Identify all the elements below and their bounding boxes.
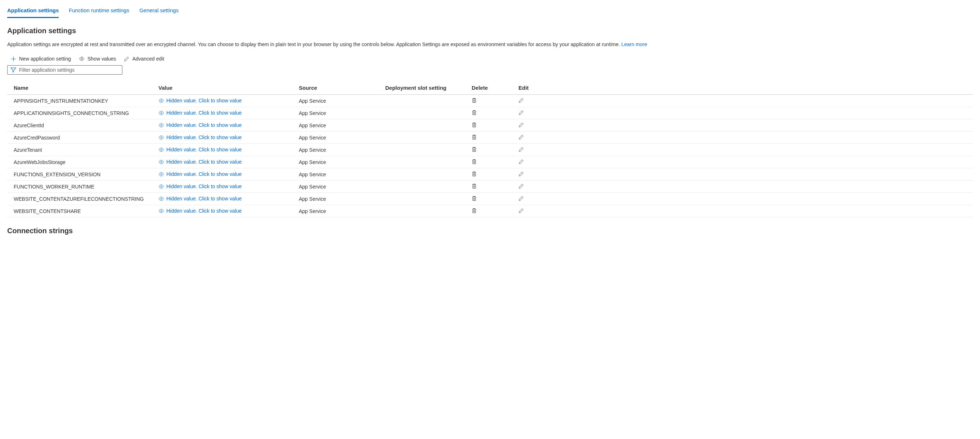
delete-button[interactable] xyxy=(472,98,477,103)
edit-button[interactable] xyxy=(519,208,524,213)
svg-point-2 xyxy=(161,112,162,113)
delete-button[interactable] xyxy=(472,159,477,164)
trash-icon xyxy=(472,134,477,140)
connection-strings-title: Connection strings xyxy=(7,227,973,235)
hidden-value-text: Hidden value. Click to show value xyxy=(166,184,242,189)
hidden-value-link[interactable]: Hidden value. Click to show value xyxy=(158,171,242,177)
hidden-value-link[interactable]: Hidden value. Click to show value xyxy=(158,208,242,214)
trash-icon xyxy=(472,171,477,177)
edit-button[interactable] xyxy=(519,184,524,189)
pencil-icon xyxy=(519,196,524,201)
edit-button[interactable] xyxy=(519,122,524,128)
hidden-value-link[interactable]: Hidden value. Click to show value xyxy=(158,159,242,165)
delete-button[interactable] xyxy=(472,171,477,177)
settings-table: Name Value Source Deployment slot settin… xyxy=(7,81,973,217)
setting-name[interactable]: WEBSITE_CONTENTSHARE xyxy=(7,208,158,214)
edit-button[interactable] xyxy=(519,147,524,152)
table-row: AzureClientIdHidden value. Click to show… xyxy=(7,119,973,132)
new-application-setting-button[interactable]: New application setting xyxy=(11,56,71,62)
table-row: FUNCTIONS_WORKER_RUNTIMEHidden value. Cl… xyxy=(7,180,973,193)
show-values-label: Show values xyxy=(88,56,116,62)
delete-button[interactable] xyxy=(472,110,477,115)
setting-name[interactable]: FUNCTIONS_WORKER_RUNTIME xyxy=(7,184,158,190)
eye-icon xyxy=(158,172,164,176)
edit-button[interactable] xyxy=(519,110,524,115)
hidden-value-link[interactable]: Hidden value. Click to show value xyxy=(158,122,242,128)
eye-icon xyxy=(79,57,84,61)
setting-name[interactable]: APPLICATIONINSIGHTS_CONNECTION_STRING xyxy=(7,110,158,116)
trash-icon xyxy=(472,110,477,115)
advanced-edit-button[interactable]: Advanced edit xyxy=(124,56,164,62)
eye-icon xyxy=(158,148,164,152)
eye-icon xyxy=(158,99,164,103)
section-title: Application settings xyxy=(7,27,973,35)
col-header-slot[interactable]: Deployment slot setting xyxy=(385,85,472,91)
svg-point-6 xyxy=(161,161,162,163)
table-header: Name Value Source Deployment slot settin… xyxy=(7,81,973,95)
setting-name[interactable]: FUNCTIONS_EXTENSION_VERSION xyxy=(7,172,158,177)
setting-name[interactable]: AzureCredPassword xyxy=(7,135,158,140)
delete-button[interactable] xyxy=(472,196,477,201)
delete-button[interactable] xyxy=(472,122,477,128)
hidden-value-text: Hidden value. Click to show value xyxy=(166,171,242,177)
filter-icon xyxy=(10,67,16,72)
setting-source: App Service xyxy=(299,147,385,153)
table-row: WEBSITE_CONTENTAZUREFILECONNECTIONSTRING… xyxy=(7,193,973,205)
hidden-value-link[interactable]: Hidden value. Click to show value xyxy=(158,98,242,104)
svg-point-4 xyxy=(161,137,162,138)
pencil-icon xyxy=(519,159,524,164)
tab-general-settings[interactable]: General settings xyxy=(139,5,178,18)
edit-button[interactable] xyxy=(519,134,524,140)
setting-source: App Service xyxy=(299,98,385,104)
setting-name[interactable]: AzureClientId xyxy=(7,123,158,128)
show-values-button[interactable]: Show values xyxy=(79,56,116,62)
col-header-name[interactable]: Name xyxy=(7,85,158,91)
hidden-value-link[interactable]: Hidden value. Click to show value xyxy=(158,184,242,189)
trash-icon xyxy=(472,122,477,128)
filter-box[interactable] xyxy=(7,65,123,75)
table-row: FUNCTIONS_EXTENSION_VERSIONHidden value.… xyxy=(7,168,973,180)
delete-button[interactable] xyxy=(472,134,477,140)
learn-more-link[interactable]: Learn more xyxy=(621,42,648,47)
svg-point-9 xyxy=(161,198,162,199)
tab-application-settings[interactable]: Application settings xyxy=(7,5,59,18)
setting-name[interactable]: WEBSITE_CONTENTAZUREFILECONNECTIONSTRING xyxy=(7,196,158,202)
col-header-value[interactable]: Value xyxy=(158,85,299,91)
hidden-value-link[interactable]: Hidden value. Click to show value xyxy=(158,147,242,152)
edit-button[interactable] xyxy=(519,171,524,177)
hidden-value-text: Hidden value. Click to show value xyxy=(166,159,242,165)
trash-icon xyxy=(472,184,477,189)
svg-point-1 xyxy=(161,100,162,101)
delete-button[interactable] xyxy=(472,208,477,213)
trash-icon xyxy=(472,196,477,201)
hidden-value-link[interactable]: Hidden value. Click to show value xyxy=(158,196,242,201)
tab-function-runtime-settings[interactable]: Function runtime settings xyxy=(69,5,129,18)
hidden-value-text: Hidden value. Click to show value xyxy=(166,208,242,214)
setting-name[interactable]: APPINSIGHTS_INSTRUMENTATIONKEY xyxy=(7,98,158,104)
col-header-source[interactable]: Source xyxy=(299,85,385,91)
hidden-value-link[interactable]: Hidden value. Click to show value xyxy=(158,134,242,140)
filter-input[interactable] xyxy=(19,67,119,73)
trash-icon xyxy=(472,159,477,164)
pencil-icon xyxy=(519,110,524,115)
setting-name[interactable]: AzureWebJobsStorage xyxy=(7,159,158,165)
delete-button[interactable] xyxy=(472,147,477,152)
col-header-edit: Edit xyxy=(519,85,554,91)
pencil-icon xyxy=(519,134,524,140)
eye-icon xyxy=(158,111,164,115)
trash-icon xyxy=(472,147,477,152)
setting-source: App Service xyxy=(299,123,385,128)
setting-source: App Service xyxy=(299,196,385,202)
setting-name[interactable]: AzureTenant xyxy=(7,147,158,153)
svg-point-0 xyxy=(81,58,83,59)
advanced-edit-label: Advanced edit xyxy=(132,56,164,62)
setting-source: App Service xyxy=(299,208,385,214)
hidden-value-text: Hidden value. Click to show value xyxy=(166,110,242,116)
edit-button[interactable] xyxy=(519,159,524,164)
svg-point-8 xyxy=(161,186,162,187)
edit-button[interactable] xyxy=(519,196,524,201)
hidden-value-text: Hidden value. Click to show value xyxy=(166,134,242,140)
delete-button[interactable] xyxy=(472,184,477,189)
edit-button[interactable] xyxy=(519,98,524,103)
hidden-value-link[interactable]: Hidden value. Click to show value xyxy=(158,110,242,116)
